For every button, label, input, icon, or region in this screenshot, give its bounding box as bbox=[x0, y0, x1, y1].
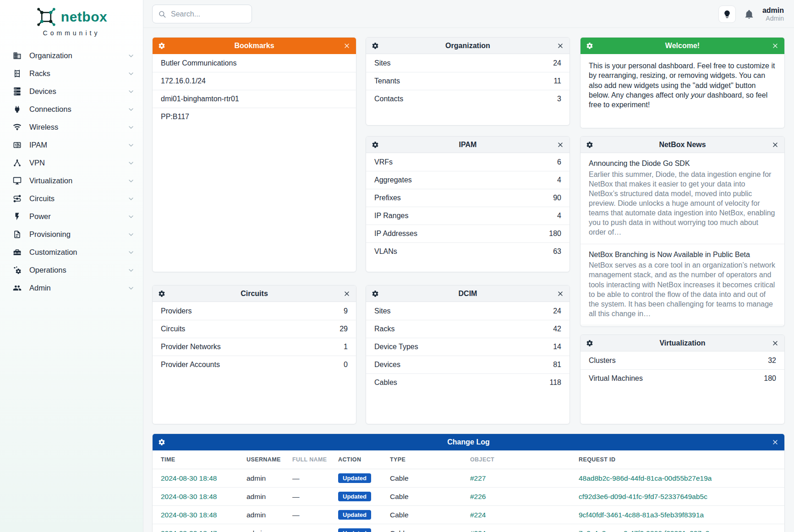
search-input[interactable] bbox=[171, 10, 246, 18]
chevron-down-icon bbox=[127, 70, 135, 77]
changelog-request-id-link[interactable]: 9cf40fdf-3461-4c88-81a3-5feb39f8391a bbox=[579, 511, 704, 519]
changelog-time-link[interactable]: 2024-08-30 18:48 bbox=[161, 511, 217, 519]
changelog-request-id-link[interactable]: cf92d3e6-d09d-41fc-9fd7-52337649ab5c bbox=[579, 493, 707, 500]
bookmark-item[interactable]: PP:B117 bbox=[153, 108, 356, 126]
changelog-object-link[interactable]: #224 bbox=[470, 529, 486, 532]
gear-icon[interactable] bbox=[586, 340, 593, 347]
column-header[interactable]: TIME bbox=[153, 450, 246, 469]
close-icon[interactable] bbox=[343, 42, 350, 49]
gear-icon[interactable] bbox=[158, 439, 165, 446]
stat-row[interactable]: Contacts3 bbox=[366, 90, 569, 108]
sidebar-item-circuits[interactable]: Circuits bbox=[0, 190, 143, 208]
changelog-object-link[interactable]: #226 bbox=[470, 493, 486, 500]
column-header[interactable]: ACTION bbox=[338, 450, 390, 469]
gear-icon[interactable] bbox=[372, 141, 379, 148]
stat-list: Sites24Tenants11Contacts3 bbox=[366, 54, 569, 108]
close-icon[interactable] bbox=[772, 42, 779, 49]
column-header[interactable]: OBJECT bbox=[470, 450, 579, 469]
search-box[interactable] bbox=[152, 5, 252, 23]
gear-icon[interactable] bbox=[372, 290, 379, 297]
bookmark-item[interactable]: 172.16.0.1/24 bbox=[153, 72, 356, 90]
sidebar-item-racks[interactable]: Racks bbox=[0, 65, 143, 82]
stat-row[interactable]: Aggregates4 bbox=[366, 171, 569, 189]
sidebar-item-organization[interactable]: Organization bbox=[0, 47, 143, 65]
sidebar-item-customization[interactable]: Customization bbox=[0, 243, 143, 261]
gear-icon[interactable] bbox=[372, 42, 379, 49]
changelog-object-link[interactable]: #224 bbox=[470, 511, 486, 519]
stat-row[interactable]: Circuits29 bbox=[153, 320, 356, 338]
gear-icon[interactable] bbox=[158, 290, 165, 297]
stat-row[interactable]: Virtual Machines180 bbox=[580, 369, 784, 387]
stat-row[interactable]: Clusters32 bbox=[580, 351, 784, 369]
sidebar-item-wireless[interactable]: Wireless bbox=[0, 118, 143, 136]
sidebar-item-operations[interactable]: Operations bbox=[0, 261, 143, 279]
stat-row[interactable]: Racks42 bbox=[366, 320, 569, 338]
changelog-type: Cable bbox=[390, 488, 470, 506]
changelog-request-id-link[interactable]: 7a3c4e3a-aca9-47f2-9866-f89391c007a3 bbox=[579, 529, 709, 532]
stat-row[interactable]: VRFs6 bbox=[366, 153, 569, 171]
close-icon[interactable] bbox=[557, 42, 564, 49]
stat-list: Clusters32Virtual Machines180 bbox=[580, 351, 784, 387]
bookmark-item[interactable]: Butler Communications bbox=[153, 54, 356, 72]
close-icon[interactable] bbox=[557, 290, 564, 297]
changelog-object-link[interactable]: #227 bbox=[470, 474, 486, 482]
bookmark-item[interactable]: dmi01-binghamton-rtr01 bbox=[153, 90, 356, 108]
sidebar-item-devices[interactable]: Devices bbox=[0, 82, 143, 100]
sidebar-item-admin[interactable]: Admin bbox=[0, 279, 143, 297]
changelog-row: 2024-08-30 18:48 admin — Updated Cable #… bbox=[153, 506, 784, 524]
changelog-time-link[interactable]: 2024-08-30 18:48 bbox=[161, 474, 217, 482]
column-header[interactable]: FULL NAME bbox=[292, 450, 338, 469]
stat-row[interactable]: Sites24 bbox=[366, 54, 569, 72]
stat-row[interactable]: Prefixes90 bbox=[366, 189, 569, 207]
stat-row[interactable]: Providers9 bbox=[153, 302, 356, 320]
stat-row[interactable]: IP Ranges4 bbox=[366, 207, 569, 225]
close-icon[interactable] bbox=[772, 439, 779, 446]
changelog-fullname: — bbox=[292, 469, 338, 488]
stat-row[interactable]: Cables118 bbox=[366, 373, 569, 391]
gear-icon[interactable] bbox=[158, 42, 165, 49]
gear-icon[interactable] bbox=[586, 42, 593, 49]
column-header[interactable]: USERNAME bbox=[246, 450, 292, 469]
sidebar-item-connections[interactable]: Connections bbox=[0, 100, 143, 118]
sidebar-item-power[interactable]: Power bbox=[0, 208, 143, 225]
sidebar-item-provisioning[interactable]: Provisioning bbox=[0, 225, 143, 243]
stat-row[interactable]: VLANs63 bbox=[366, 242, 569, 260]
chevron-down-icon bbox=[127, 177, 135, 185]
news-headline[interactable]: Announcing the Diode Go SDK bbox=[589, 159, 776, 169]
circuits-widget: Circuits Providers9Circuits29Provider Ne… bbox=[152, 285, 356, 424]
close-icon[interactable] bbox=[772, 141, 779, 148]
close-icon[interactable] bbox=[557, 141, 564, 148]
notifications-bell-icon[interactable] bbox=[744, 9, 754, 19]
user-menu[interactable]: admin Admin bbox=[762, 6, 784, 22]
brand-wordmark: netbox bbox=[61, 9, 107, 25]
gear-icon[interactable] bbox=[586, 141, 593, 148]
news-widget: NetBox News Announcing the Diode Go SDK … bbox=[580, 136, 785, 327]
changelog-time-link[interactable]: 2024-08-30 18:47 bbox=[161, 529, 217, 532]
changelog-request-id-link[interactable]: 48ad8b2c-986d-44fd-81ca-00d55b27e19a bbox=[579, 474, 712, 482]
stat-row[interactable]: Device Types14 bbox=[366, 338, 569, 356]
provisioning-icon bbox=[13, 230, 22, 239]
stat-row[interactable]: Tenants11 bbox=[366, 72, 569, 90]
chevron-down-icon bbox=[127, 249, 135, 256]
changelog-row: 2024-08-30 18:47 admin — Updated Cable #… bbox=[153, 524, 784, 532]
close-icon[interactable] bbox=[343, 290, 350, 297]
news-headline[interactable]: NetBox Branching is Now Available in Pub… bbox=[589, 250, 776, 260]
sidebar-item-virtualization[interactable]: Virtualization bbox=[0, 172, 143, 190]
news-body: NetBox serves as a core tool in an organ… bbox=[589, 260, 776, 318]
close-icon[interactable] bbox=[772, 340, 779, 347]
stat-row[interactable]: Provider Accounts0 bbox=[153, 356, 356, 373]
column-header[interactable]: REQUEST ID bbox=[579, 450, 784, 469]
stat-row[interactable]: Sites24 bbox=[366, 302, 569, 320]
changelog-time-link[interactable]: 2024-08-30 18:48 bbox=[161, 493, 217, 500]
stat-row[interactable]: Provider Networks1 bbox=[153, 338, 356, 356]
column-header[interactable]: TYPE bbox=[390, 450, 470, 469]
stat-row[interactable]: IP Addresses180 bbox=[366, 225, 569, 242]
sidebar-item-ipam[interactable]: IPAM bbox=[0, 136, 143, 154]
sidebar-item-vpn[interactable]: VPN bbox=[0, 154, 143, 172]
changelog-fullname: — bbox=[292, 506, 338, 524]
stat-row[interactable]: Devices81 bbox=[366, 356, 569, 373]
brand[interactable]: netbox Community bbox=[0, 0, 143, 37]
connections-icon bbox=[13, 105, 22, 114]
theme-toggle-button[interactable] bbox=[718, 5, 736, 23]
widget-title: Welcome! bbox=[593, 42, 772, 50]
